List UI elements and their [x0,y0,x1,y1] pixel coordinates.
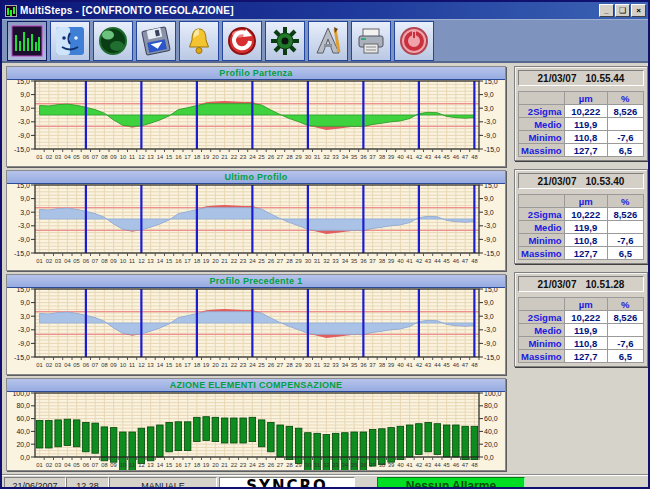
svg-text:14: 14 [157,362,164,368]
settings-gear-button[interactable] [265,21,305,61]
save-disk-button[interactable] [136,21,176,61]
refresh-button[interactable] [222,21,262,61]
svg-text:33: 33 [332,258,338,264]
svg-text:-15,0: -15,0 [14,354,30,361]
waveform-monitor-button[interactable] [7,21,47,61]
table-row: 2Sigma10,2228,526 [519,311,644,324]
svg-text:08: 08 [101,258,107,264]
toolbar [2,19,648,63]
print-button[interactable] [351,21,391,61]
chart-profilo-partenza: Profilo Partenza 15,015,09,09,03,03,0-3,… [6,66,506,167]
svg-text:10: 10 [120,154,126,160]
svg-text:31: 31 [314,362,320,368]
svg-text:14: 14 [157,258,164,264]
svg-text:32: 32 [323,462,329,468]
svg-text:46: 46 [453,362,459,368]
svg-text:40,0: 40,0 [484,428,498,435]
svg-text:17: 17 [184,258,190,264]
settings-gear-icon [269,25,301,57]
svg-text:34: 34 [342,154,349,160]
svg-text:05: 05 [73,462,79,468]
svg-text:27: 27 [277,362,283,368]
svg-text:47: 47 [462,258,468,264]
svg-text:43: 43 [425,154,431,160]
svg-text:33: 33 [332,362,338,368]
svg-text:17: 17 [184,462,190,468]
svg-text:38: 38 [379,362,385,368]
svg-text:9,0: 9,0 [20,195,30,202]
svg-text:20: 20 [212,362,218,368]
drawing-tools-button[interactable] [308,21,348,61]
minimize-button[interactable]: _ [599,4,614,17]
table-row: Minimo110,8-7,6 [519,131,644,144]
stats-table: µm% 2Sigma10,2228,526 Medio119,9 Minimo1… [518,194,644,260]
svg-text:45: 45 [443,462,449,468]
power-off-button[interactable] [394,21,434,61]
svg-text:11: 11 [129,362,135,368]
svg-text:25: 25 [258,362,264,368]
col-header-um: µm [564,195,607,208]
svg-text:22: 22 [231,462,237,468]
svg-text:04: 04 [64,462,71,468]
stats-panel-1: 21/03/07 10.55.44 µm% 2Sigma10,2228,526 … [514,66,648,161]
svg-text:40: 40 [397,362,403,368]
svg-text:38: 38 [379,258,385,264]
svg-text:34: 34 [342,462,349,468]
svg-text:37: 37 [369,362,375,368]
table-row: Minimo110,8-7,6 [519,337,644,350]
svg-text:15,0: 15,0 [16,288,30,293]
svg-text:29: 29 [295,362,301,368]
svg-text:28: 28 [286,362,292,368]
svg-text:37: 37 [369,154,375,160]
svg-text:37: 37 [369,258,375,264]
svg-text:42: 42 [416,154,422,160]
svg-text:0,0: 0,0 [484,454,494,461]
svg-text:-9,0: -9,0 [18,340,30,347]
waveform-monitor-icon [11,25,43,57]
svg-text:24: 24 [249,462,256,468]
svg-text:9,0: 9,0 [20,91,30,98]
chart-azione-elementi-compensazione: AZIONE ELEMENTI COMPENSAZIONE 100,0100,0… [6,378,506,471]
finder-face-button[interactable] [50,21,90,61]
svg-text:18: 18 [194,154,200,160]
svg-text:11: 11 [129,154,135,160]
svg-text:18: 18 [194,362,200,368]
green-sphere-button[interactable] [93,21,133,61]
svg-text:-3,0: -3,0 [484,326,496,333]
svg-text:12: 12 [138,362,144,368]
syncro-logo: SYNCRO [219,477,355,489]
svg-text:37: 37 [369,462,375,468]
svg-text:13: 13 [147,462,153,468]
restore-button[interactable]: ❏ [615,4,630,17]
close-button[interactable]: × [631,4,646,17]
svg-text:29: 29 [295,154,301,160]
chart-canvas: 15,015,09,09,03,03,0-3,0-3,0-9,0-9,0-15,… [7,80,505,166]
svg-text:27: 27 [277,154,283,160]
svg-text:-9,0: -9,0 [18,236,30,243]
svg-text:-3,0: -3,0 [484,118,496,125]
svg-text:01: 01 [36,462,42,468]
svg-text:35: 35 [351,258,357,264]
svg-text:48: 48 [471,462,477,468]
svg-text:15,0: 15,0 [484,184,498,189]
svg-text:26: 26 [268,362,274,368]
svg-text:14: 14 [157,462,164,468]
svg-text:48: 48 [471,362,477,368]
stats-column: 21/03/07 10.55.44 µm% 2Sigma10,2228,526 … [508,66,648,474]
svg-text:38: 38 [379,462,385,468]
green-sphere-icon [97,25,129,57]
svg-text:15,0: 15,0 [484,80,498,85]
alarm-bell-button[interactable] [179,21,219,61]
svg-text:46: 46 [453,154,459,160]
svg-text:26: 26 [268,462,274,468]
svg-text:25: 25 [258,258,264,264]
svg-text:9,0: 9,0 [20,299,30,306]
chart-plot: 100,0100,080,080,060,060,040,040,020,020… [7,392,507,470]
svg-text:80,0: 80,0 [484,402,498,409]
svg-text:21: 21 [221,258,227,264]
svg-text:03: 03 [55,362,61,368]
svg-text:32: 32 [323,362,329,368]
svg-text:18: 18 [194,258,200,264]
svg-text:41: 41 [406,258,412,264]
svg-text:11: 11 [129,258,135,264]
